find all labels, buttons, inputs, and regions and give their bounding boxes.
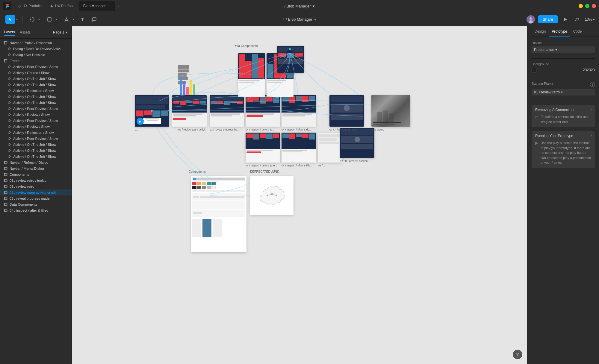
layer-item-26[interactable]: 02 / review team activity graph (0, 189, 72, 195)
layer-icon-23 (4, 172, 8, 177)
frame-end-demo[interactable] (371, 95, 410, 127)
layer-icon-2 (7, 47, 11, 51)
move-tool-btn[interactable] (5, 15, 15, 24)
right-panel-content: Device Presentation ▾ Background 232323 (527, 37, 599, 364)
layer-item-14[interactable]: Activity / Peer Review / Show (0, 118, 72, 124)
layer-item-18[interactable]: Activity / On The Job / Show (0, 142, 72, 148)
layer-item-8[interactable]: Activity / On The Job / Show (0, 82, 72, 88)
close-btn[interactable]: × (592, 4, 596, 8)
layer-label-2: Dialog / Don't Re-Review Activi... (13, 47, 69, 51)
layer-icon-29 (4, 208, 8, 213)
layer-label-15: Activity / Review / Show (13, 125, 69, 128)
layer-icon-10 (7, 95, 11, 99)
background-color-swatch[interactable] (532, 68, 536, 72)
frame-03-reveal-progress[interactable] (210, 95, 244, 127)
starting-frame-dropdown[interactable]: 01 / review retro ▾ (532, 89, 595, 95)
pen-tool-btn[interactable] (62, 15, 71, 24)
frame-07a-present[interactable] (329, 95, 364, 127)
frame-deprecated[interactable] (250, 176, 294, 215)
layer-item-10[interactable]: Activity / On The Job / Show (0, 94, 72, 100)
tab-ux-portfolio-2[interactable]: ▶ UX Portfolio (46, 1, 78, 11)
layer-item-9[interactable]: Activity / Reflection / Show (0, 88, 72, 94)
layer-icon-13 (7, 113, 11, 117)
zoom-chevron: ▾ (593, 17, 595, 22)
frame-05[interactable] (318, 133, 342, 163)
removing-connection-title: Removing A Connection (535, 108, 591, 112)
canvas[interactable]: Data Components Components DEPRECATED JU… (72, 26, 527, 364)
maximize-btn[interactable]: □ (585, 4, 589, 8)
device-dropdown[interactable]: Presentation ▾ (532, 46, 595, 53)
layer-item-19[interactable]: Activity / On The Job / Show (0, 148, 72, 154)
connection-node-top (287, 49, 293, 53)
layer-item-3[interactable]: Dialog / Not Possible (0, 52, 72, 58)
layer-item-22[interactable]: Navbar / Menu/ Dialog (0, 166, 72, 172)
frame-07b-present-backend[interactable] (340, 128, 374, 158)
layer-icon-22 (4, 166, 8, 171)
tab-layers[interactable]: Layers (4, 29, 15, 36)
frame-components-panel[interactable] (191, 176, 246, 252)
svg-rect-52 (8, 66, 10, 68)
layer-item-27[interactable]: 03 / reveal progress made (0, 195, 72, 201)
layer-item-1[interactable]: Navbar / Profile / Dropdown (0, 40, 72, 46)
frame-tool-btn[interactable] (28, 15, 37, 24)
layer-item-11[interactable]: Activity / On The Job / Show (0, 100, 72, 106)
ai-btn[interactable]: A? (572, 15, 582, 24)
frame-04a-inspect-before[interactable] (246, 95, 280, 127)
tab-label-1: UX Portfolio (22, 4, 42, 8)
tab-code[interactable]: Code (570, 26, 585, 37)
starting-frame-info-icon[interactable]: i (590, 82, 595, 87)
svg-rect-107 (4, 179, 7, 182)
shape-tool-btn[interactable] (45, 15, 54, 24)
frame-data-components-1[interactable] (238, 53, 265, 97)
play-button-01[interactable]: ▶ (137, 118, 144, 125)
layer-item-13[interactable]: Activity / Review / Show (0, 112, 72, 118)
tab-blob-manager[interactable]: Blob Manager × (79, 1, 115, 11)
layer-label-22: Navbar / Menu/ Dialog (10, 167, 69, 170)
layer-item-29[interactable]: 04 / inspect / after & filled (0, 207, 72, 213)
layer-item-2[interactable]: Dialog / Don't Re-Review Activi... (0, 46, 72, 52)
panel-tabs: Layers Assets Page 1 ▾ (0, 26, 72, 39)
layer-item-16[interactable]: Activity / Reflection / Show (0, 130, 72, 136)
text-tool-btn[interactable]: T (78, 15, 87, 24)
layer-item-17[interactable]: Activity / Peer Review / Show (0, 136, 72, 142)
share-button[interactable]: Share (538, 15, 558, 23)
help-button[interactable]: ? (513, 350, 522, 359)
layer-item-5[interactable]: Activity / Peer Review / Show (0, 64, 72, 70)
layer-item-24[interactable]: 01 / review retro / tooltip (0, 178, 72, 183)
running-prototype-text: Use the play button in the toolbar to pl… (541, 140, 591, 165)
frame-04c[interactable] (246, 133, 280, 163)
toolbar-center[interactable]: / / Blob Manager ▾ (283, 17, 316, 22)
layer-item-15[interactable]: Activity / Review / Show (0, 124, 72, 130)
frame-04d[interactable] (282, 133, 316, 163)
layer-item-4[interactable]: Frame (0, 58, 72, 64)
frame-04b-inspect-after[interactable] (282, 95, 316, 127)
minimize-btn[interactable]: − (579, 4, 583, 8)
layer-item-28[interactable]: Data Components (0, 201, 72, 207)
zoom-control[interactable]: 10% ▾ (585, 17, 595, 22)
tab-close-btn[interactable]: × (109, 4, 111, 8)
layer-item-25[interactable]: 01 / review retro (0, 183, 72, 189)
layer-item-6[interactable]: Activity / Course / Show (0, 70, 72, 76)
layer-icon-21 (4, 160, 8, 165)
running-prototype-close[interactable]: × (590, 133, 592, 137)
frame-01-review-retro[interactable]: ▶ (135, 95, 169, 127)
new-tab-btn[interactable]: + (115, 2, 122, 10)
svg-rect-53 (8, 72, 10, 74)
tab-page[interactable]: Page 1 ▾ (53, 30, 67, 34)
layer-item-20[interactable]: Activity / On The Job / Show (0, 154, 72, 160)
device-value: Presentation (534, 48, 554, 52)
layer-item-7[interactable]: Activity / On The Job / Show (0, 76, 72, 82)
tab-assets[interactable]: Assets (20, 29, 31, 36)
frame-label-end: End Demo (371, 128, 384, 131)
tab-design[interactable]: Design (532, 26, 549, 37)
frame-02-team-activity[interactable] (172, 95, 207, 127)
layer-item-23[interactable]: Components (0, 172, 72, 178)
present-btn[interactable] (561, 15, 569, 24)
comment-tool-btn[interactable] (90, 15, 99, 24)
layer-item-21[interactable]: Navbar / Refresh / Dialog (0, 160, 72, 166)
tab-ux-portfolio-1[interactable]: ◇ UX Portfolio (14, 1, 46, 11)
tab-prototype[interactable]: Prototype (549, 26, 570, 37)
starting-frame-value: 01 / review retro (534, 90, 560, 94)
removing-connection-close[interactable]: × (590, 107, 592, 111)
layer-item-12[interactable]: Activity / Peer Review / Show (0, 106, 72, 112)
